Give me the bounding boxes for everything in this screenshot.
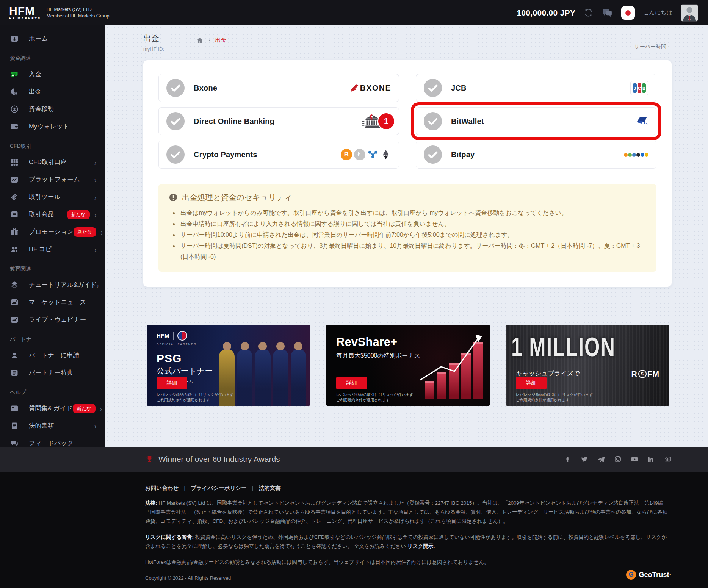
sidebar-item-label: プラットフォーム	[29, 175, 80, 184]
sidebar-item[interactable]: パートナーに申請	[0, 347, 105, 364]
promo-banner-psg[interactable]: HFMOFFICIAL PARTNERPSG公式パートナー究極の勝利チーム詳細レ…	[147, 325, 310, 406]
check-circle-icon	[424, 112, 442, 130]
sidebar-item-label: CFD取引口座	[29, 158, 67, 166]
deposit-icon	[10, 70, 19, 79]
user-avatar[interactable]	[681, 4, 698, 22]
chevron-right-icon: ›	[94, 158, 96, 167]
payment-method-crypto-payments[interactable]: Crypto PaymentsBŁ	[158, 141, 399, 169]
footer-link[interactable]: お問い合わせ	[145, 485, 179, 492]
jcb-logo: JCB	[630, 81, 648, 95]
footer-links: お問い合わせ|プライバシーポリシー|法的文書	[145, 485, 672, 492]
webinar-icon	[10, 315, 19, 324]
new-badge: 新たな	[67, 210, 90, 219]
sidebar-item[interactable]: パートナー特典	[0, 364, 105, 382]
banner-details-button[interactable]: 詳細	[157, 377, 187, 389]
sidebar-item[interactable]: Myウォレット	[0, 118, 105, 135]
geotrust-seal[interactable]: G GeoTrust·	[626, 570, 672, 580]
top-bar: HFM HF MARKETS HF Markets (SV) LTD Membe…	[0, 0, 708, 25]
promo-banner-rev[interactable]: RevShare+毎月最大$5000の特別ボーナス詳細レバレッジ商品の取引にはリ…	[326, 325, 490, 406]
check-circle-icon	[166, 145, 185, 164]
facebook-icon[interactable]	[564, 455, 572, 463]
breadcrumb-separator: ・	[207, 37, 212, 44]
sidebar-item[interactable]: チュートリアル&ガイド›	[0, 276, 105, 294]
footer: お問い合わせ|プライバシーポリシー|法的文書 法律: HF Markets (S…	[0, 472, 708, 588]
footer-link[interactable]: プライバシーポリシー	[191, 485, 247, 492]
svg-text:B: B	[642, 86, 645, 91]
sidebar-item-label: ホーム	[29, 34, 48, 43]
home-icon	[10, 34, 19, 43]
check-circle-icon	[166, 112, 185, 130]
sidebar-item[interactable]: 取引商品新たな›	[0, 206, 105, 223]
feedback-icon	[10, 439, 19, 447]
legal-paragraph: 法律: HF Markets (SV) Ltd は、国際事業会社としてセントビン…	[145, 499, 672, 526]
messages-icon[interactable]	[601, 7, 613, 19]
banner-disclaimer: レバレッジ商品の取引にはリスクが伴いますご利用規約条件が適用されます	[516, 392, 593, 403]
youtube-icon[interactable]	[631, 455, 638, 463]
app-root: HFM HF MARKETS HF Markets (SV) LTD Membe…	[0, 0, 708, 588]
sidebar-item[interactable]: プラットフォーム›	[0, 171, 105, 188]
awards-text: Winner of over 60 Industry Awards	[158, 455, 280, 464]
hotforex-note: HotForexは金融商品/金融サービスの勧誘とみなされる活動には関与しておらず…	[145, 558, 672, 567]
sidebar-item-label: フィードバック	[29, 439, 74, 447]
notification-badge: 1	[378, 113, 394, 129]
svg-text:C: C	[638, 86, 641, 91]
risk-paragraph: リスクに関する警告: 投資資金に高いリスクを伴うため、外国為替およびCFD取引な…	[145, 533, 672, 551]
payment-method-jcb[interactable]: JCBJCB	[416, 74, 656, 102]
legal-icon	[10, 421, 19, 430]
greeting-text: こんにちは	[643, 9, 672, 16]
hfm-logo-icon: HFM HF MARKETS	[9, 6, 41, 20]
payment-method-name: Direct Online Banking	[194, 117, 274, 126]
risk-disclosure-link[interactable]: リスク開示.	[407, 543, 435, 549]
payment-method-bitpay[interactable]: Bitpay	[416, 141, 656, 169]
social-links	[564, 455, 672, 463]
chevron-right-icon: ›	[100, 404, 102, 413]
sidebar-item-label: パートナーに申請	[29, 351, 80, 360]
banner-details-button[interactable]: 詳細	[336, 377, 367, 389]
refresh-balance-icon[interactable]	[584, 8, 593, 17]
notice-bullet: 出金申請時に口座所有者により入力される情報に関する誤りに関しては当社は責任を負い…	[179, 218, 646, 229]
payment-method-direct-online-banking[interactable]: Direct Online Banking1	[158, 107, 399, 135]
geotrust-icon: G	[626, 570, 636, 580]
sidebar-item[interactable]: 取引ツール›	[0, 188, 105, 206]
brand-logo[interactable]: HFM HF MARKETS HF Markets (SV) LTD Membe…	[9, 6, 109, 20]
home-icon[interactable]	[196, 37, 204, 44]
twitter-icon[interactable]	[581, 455, 588, 463]
sidebar-nav: ホーム資金調達入金出金資金移動MyウォレットCFD取引CFD取引口座›プラットフ…	[0, 25, 105, 447]
footer-link[interactable]: 法的文書	[259, 485, 281, 492]
linkedin-icon[interactable]	[647, 455, 655, 463]
sidebar-item[interactable]: 法的書類›	[0, 417, 105, 435]
breadcrumb-current[interactable]: 出金	[215, 37, 226, 44]
bitpay-logo	[624, 152, 648, 157]
sidebar-item-label: チュートリアル&ガイド	[29, 281, 97, 289]
stats-icon[interactable]	[664, 455, 672, 463]
sidebar-item-label: HF コピー	[29, 245, 58, 253]
payment-method-bitwallet[interactable]: BitWallet	[416, 107, 656, 135]
payment-method-bxone[interactable]: BxoneBXONE	[158, 74, 399, 102]
chevron-right-icon: ›	[94, 210, 96, 219]
sidebar-item[interactable]: マーケットニュース	[0, 294, 105, 311]
sidebar-item[interactable]: プロモーション新たな›	[0, 223, 105, 241]
banner-title: RevShare+	[336, 335, 397, 349]
sidebar-item[interactable]: ホーム	[0, 30, 105, 47]
products-icon	[10, 210, 19, 219]
sidebar-section-title: 教育関連	[0, 258, 105, 276]
sidebar-item[interactable]: ライブ・ウェビナー	[0, 311, 105, 328]
sidebar-item[interactable]: フィードバック	[0, 435, 105, 447]
sidebar-item[interactable]: 出金	[0, 83, 105, 100]
sidebar-item[interactable]: CFD取引口座›	[0, 153, 105, 171]
telegram-icon[interactable]	[597, 455, 605, 463]
sidebar-item-label: 資金移動	[29, 105, 54, 113]
promo-banner-mil[interactable]: 1 MILLIONキャッシュプライズでR$FM詳細レバレッジ商品の取引にはリスク…	[506, 325, 669, 406]
svg-text:J: J	[634, 86, 636, 91]
brand-text: HFM	[9, 5, 35, 17]
language-flag-japan[interactable]	[621, 6, 635, 20]
sidebar-item[interactable]: 資金移動	[0, 100, 105, 118]
sidebar-item[interactable]: HF コピー›	[0, 241, 105, 258]
alert-icon	[169, 193, 177, 202]
sidebar-item[interactable]: 入金	[0, 66, 105, 83]
banner-details-button[interactable]: 詳細	[516, 377, 547, 389]
instagram-icon[interactable]	[614, 455, 622, 463]
trophy-icon	[145, 455, 154, 464]
chevron-right-icon: ›	[97, 280, 99, 289]
sidebar-item[interactable]: 質問集& ガイド新たな›	[0, 400, 105, 417]
